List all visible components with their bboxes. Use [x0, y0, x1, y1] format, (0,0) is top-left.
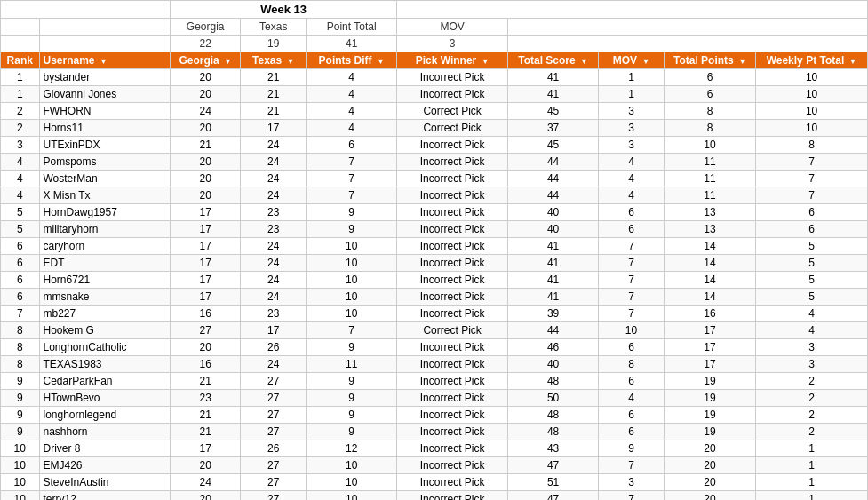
- mov-cell: 4: [599, 171, 665, 187]
- weekly-pt-cell: 1: [756, 474, 868, 491]
- georgia-cell: 16: [170, 356, 240, 373]
- username-cell: nashhorn: [39, 424, 170, 440]
- mov-label: MOV: [397, 19, 508, 36]
- georgia-cell: 20: [170, 86, 240, 103]
- points-diff-cell: 7: [307, 154, 397, 171]
- weekly-pt-cell: 2: [756, 390, 868, 407]
- georgia-cell: 20: [170, 120, 240, 137]
- col-header-weekly-pt[interactable]: Weekly Pt Total ▼: [756, 52, 868, 69]
- table-row: 2FWHORN24214Correct Pick453810: [1, 103, 868, 120]
- georgia-cell: 16: [170, 306, 240, 322]
- pick-winner-cell: Incorrect Pick: [397, 457, 508, 474]
- col-header-rank[interactable]: Rank: [1, 52, 40, 69]
- total-points-cell: 19: [664, 424, 755, 440]
- total-points-cell: 10: [664, 137, 755, 154]
- weekly-pt-cell: 1: [756, 491, 868, 501]
- col-header-total-points[interactable]: Total Points ▼: [664, 52, 755, 69]
- pick-winner-cell: Incorrect Pick: [397, 491, 508, 501]
- username-cell: EMJ426: [39, 457, 170, 474]
- weekly-pt-cell: 7: [756, 154, 868, 171]
- points-diff-cell: 9: [307, 407, 397, 424]
- points-diff-cell: 10: [307, 457, 397, 474]
- georgia-cell: 20: [170, 457, 240, 474]
- total-score-cell: 44: [508, 171, 599, 187]
- mov-cell: 6: [599, 407, 665, 424]
- rank-cell: 5: [1, 204, 40, 221]
- points-diff-cell: 4: [307, 69, 397, 86]
- rank-cell: 4: [1, 187, 40, 204]
- texas-cell: 27: [241, 407, 307, 424]
- total-points-cell: 20: [664, 491, 755, 501]
- week-title: Week 13: [170, 1, 396, 19]
- mov-cell: 4: [599, 187, 665, 204]
- georgia-cell: 24: [170, 474, 240, 491]
- rank-cell: 10: [1, 474, 40, 491]
- texas-cell: 24: [241, 238, 307, 255]
- total-score-cell: 41: [508, 86, 599, 103]
- mov-cell: 4: [599, 154, 665, 171]
- pick-winner-cell: Incorrect Pick: [397, 255, 508, 272]
- total-score-cell: 37: [508, 120, 599, 137]
- table-row: 10EMJ426202710Incorrect Pick477201: [1, 457, 868, 474]
- mov-cell: 1: [599, 86, 665, 103]
- weekly-pt-cell: 10: [756, 120, 868, 137]
- mov-cell: 7: [599, 255, 665, 272]
- point-total: 41: [307, 36, 397, 52]
- table-row: 8LonghornCatholic20269Incorrect Pick4661…: [1, 339, 868, 356]
- pick-winner-cell: Incorrect Pick: [397, 86, 508, 103]
- georgia-cell: 21: [170, 407, 240, 424]
- total-score-cell: 41: [508, 289, 599, 306]
- col-header-mov[interactable]: MOV ▼: [599, 52, 665, 69]
- total-points-cell: 17: [664, 339, 755, 356]
- texas-cell: 27: [241, 424, 307, 440]
- georgia-cell: 17: [170, 204, 240, 221]
- col-header-pick-winner[interactable]: Pick Winner ▼: [397, 52, 508, 69]
- total-score-cell: 40: [508, 204, 599, 221]
- rank-cell: 8: [1, 339, 40, 356]
- points-diff-cell: 10: [307, 255, 397, 272]
- texas-cell: 24: [241, 356, 307, 373]
- total-score-cell: 48: [508, 407, 599, 424]
- mov-cell: 3: [599, 474, 665, 491]
- username-cell: WosterMan: [39, 171, 170, 187]
- table-row: 8Hookem G27177Correct Pick4410174: [1, 322, 868, 339]
- points-diff-cell: 11: [307, 356, 397, 373]
- rank-cell: 9: [1, 373, 40, 390]
- points-diff-cell: 10: [307, 289, 397, 306]
- pick-winner-cell: Incorrect Pick: [397, 154, 508, 171]
- weekly-pt-cell: 1: [756, 440, 868, 457]
- points-diff-cell: 4: [307, 86, 397, 103]
- georgia-cell: 21: [170, 373, 240, 390]
- col-header-points-diff[interactable]: Points Diff ▼: [307, 52, 397, 69]
- total-points-cell: 19: [664, 390, 755, 407]
- rank-cell: 7: [1, 306, 40, 322]
- table-row: 2Horns1120174Correct Pick373810: [1, 120, 868, 137]
- sort-icon-pick-winner: ▼: [482, 57, 490, 66]
- table-row: 3UTExinPDX21246Incorrect Pick453108: [1, 137, 868, 154]
- texas-cell: 27: [241, 491, 307, 501]
- points-diff-cell: 9: [307, 424, 397, 440]
- table-row: 6caryhorn172410Incorrect Pick417145: [1, 238, 868, 255]
- table-row: 6EDT172410Incorrect Pick417145: [1, 255, 868, 272]
- username-cell: Horns11: [39, 120, 170, 137]
- rank-cell: 2: [1, 120, 40, 137]
- weekly-pt-cell: 1: [756, 457, 868, 474]
- texas-cell: 17: [241, 120, 307, 137]
- pick-winner-cell: Correct Pick: [397, 103, 508, 120]
- col-header-username[interactable]: Username ▼: [39, 52, 170, 69]
- total-points-cell: 14: [664, 289, 755, 306]
- total-points-cell: 14: [664, 272, 755, 289]
- pick-winner-cell: Incorrect Pick: [397, 221, 508, 238]
- table-row: 10Driver 8172612Incorrect Pick439201: [1, 440, 868, 457]
- col-header-georgia[interactable]: Georgia ▼: [170, 52, 240, 69]
- georgia-cell: 17: [170, 272, 240, 289]
- mov-cell: 6: [599, 424, 665, 440]
- table-row: 1Giovanni Jones20214Incorrect Pick411610: [1, 86, 868, 103]
- georgia-cell: 17: [170, 440, 240, 457]
- weekly-pt-cell: 5: [756, 255, 868, 272]
- col-header-total-score[interactable]: Total Score ▼: [508, 52, 599, 69]
- col-header-texas[interactable]: Texas ▼: [241, 52, 307, 69]
- mov-cell: 9: [599, 440, 665, 457]
- pick-winner-cell: Incorrect Pick: [397, 306, 508, 322]
- table-row: 9CedarParkFan21279Incorrect Pick486192: [1, 373, 868, 390]
